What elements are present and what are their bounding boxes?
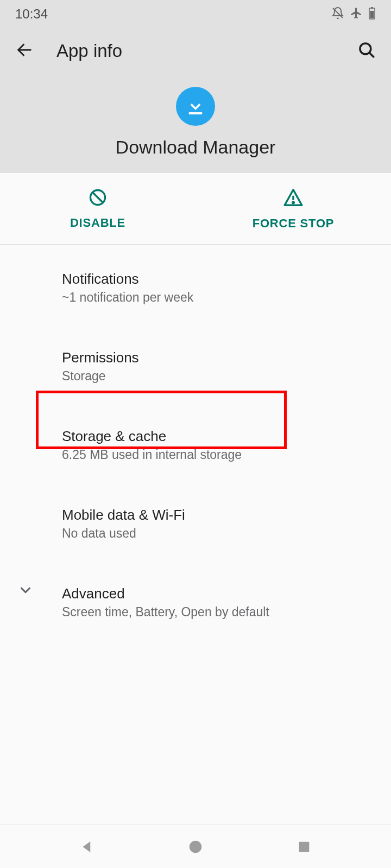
status-time: 10:34 [15, 7, 48, 22]
svg-rect-2 [371, 7, 373, 9]
list-sub: Storage [62, 369, 391, 384]
back-button[interactable] [15, 41, 34, 61]
header-area: App info Download Manager [0, 28, 391, 173]
svg-rect-7 [189, 112, 203, 114]
list-title: Notifications [62, 270, 391, 289]
svg-rect-13 [299, 841, 310, 852]
force-stop-label: FORCE STOP [253, 216, 335, 231]
app-summary: Download Manager [0, 74, 391, 158]
list-item-permissions[interactable]: Permissions Storage [0, 339, 391, 393]
app-name: Download Manager [116, 137, 276, 158]
page-title: App info [56, 41, 122, 61]
svg-line-6 [369, 53, 373, 56]
list-item-mobile-data-wifi[interactable]: Mobile data & Wi-Fi No data used [0, 496, 391, 551]
list-item-notifications[interactable]: Notifications ~1 notification per week [0, 260, 391, 315]
list-sub: Screen time, Battery, Open by default [62, 605, 391, 620]
toolbar: App info [0, 28, 391, 74]
force-stop-button[interactable]: FORCE STOP [195, 173, 391, 244]
settings-list: Notifications ~1 notification per week P… [0, 245, 391, 644]
notifications-muted-icon [331, 7, 344, 22]
list-title: Mobile data & Wi-Fi [62, 506, 391, 525]
status-icons [331, 7, 376, 22]
list-title: Storage & cache [62, 427, 391, 446]
svg-rect-3 [370, 11, 374, 18]
warning-icon [283, 187, 304, 210]
list-item-storage-cache[interactable]: Storage & cache 6.25 MB used in internal… [0, 417, 391, 472]
list-sub: No data used [62, 526, 391, 541]
nav-home-button[interactable] [163, 839, 228, 855]
search-button[interactable] [357, 41, 376, 61]
status-bar: 10:34 [0, 0, 391, 28]
svg-point-12 [190, 840, 202, 853]
nav-recent-button[interactable] [272, 839, 337, 854]
nav-back-button[interactable] [54, 839, 119, 855]
disable-icon [88, 188, 108, 209]
navigation-bar [0, 825, 391, 868]
list-item-advanced[interactable]: Advanced Screen time, Battery, Open by d… [0, 575, 391, 629]
disable-label: DISABLE [70, 216, 125, 230]
svg-point-11 [293, 202, 294, 203]
battery-icon [368, 7, 376, 22]
svg-line-9 [92, 192, 103, 203]
download-app-icon [176, 87, 215, 126]
list-sub: 6.25 MB used in internal storage [62, 448, 391, 462]
action-row: DISABLE FORCE STOP [0, 173, 391, 245]
chevron-down-icon [17, 582, 34, 601]
disable-button[interactable]: DISABLE [0, 173, 195, 244]
airplane-mode-icon [350, 7, 363, 22]
list-title: Advanced [62, 584, 391, 603]
list-title: Permissions [62, 348, 391, 367]
list-sub: ~1 notification per week [62, 290, 391, 305]
